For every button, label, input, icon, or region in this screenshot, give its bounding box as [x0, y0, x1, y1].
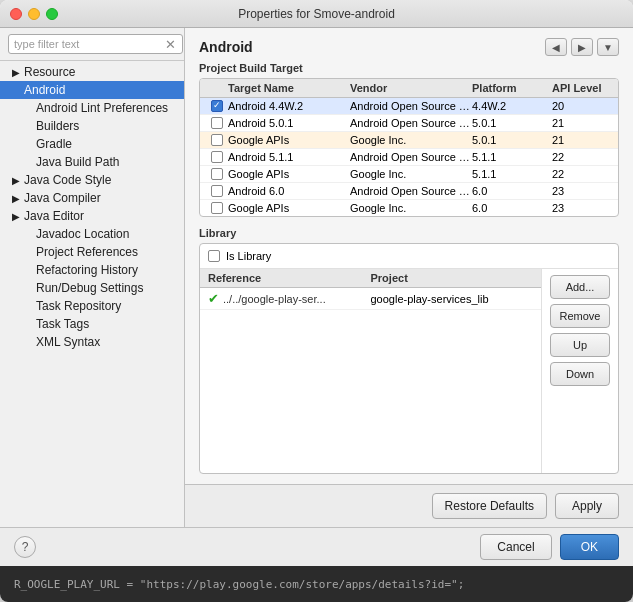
col-vendor: Vendor — [350, 82, 472, 94]
sidebar-item-label: Android Lint Preferences — [36, 101, 168, 115]
restore-defaults-button[interactable]: Restore Defaults — [432, 493, 547, 519]
sidebar-item-label: Run/Debug Settings — [36, 281, 143, 295]
build-target-label: Project Build Target — [199, 62, 619, 78]
sidebar-item-5[interactable]: Java Build Path — [0, 153, 184, 171]
tree-arrow-icon: ▶ — [10, 174, 22, 186]
sidebar-item-label: Gradle — [36, 137, 72, 151]
down-button[interactable]: Down — [550, 362, 610, 386]
sidebar-item-10[interactable]: Project References — [0, 243, 184, 261]
add-button[interactable]: Add... — [550, 275, 610, 299]
table-cell: 20 — [552, 100, 612, 112]
tree-arrow-icon: ▶ — [10, 66, 22, 78]
filter-input[interactable] — [8, 34, 183, 54]
lib-col-ref: Reference — [208, 272, 371, 284]
build-rows-container: Android 4.4W.2Android Open Source Projec… — [200, 98, 618, 216]
table-row[interactable]: Android 4.4W.2Android Open Source Projec… — [200, 98, 618, 115]
panel-nav-back[interactable]: ◀ — [545, 38, 567, 56]
col-api: API Level — [552, 82, 612, 94]
table-cell: 5.1.1 — [472, 168, 552, 180]
sidebar-item-6[interactable]: ▶Java Code Style — [0, 171, 184, 189]
panel-nav-forward[interactable]: ▶ — [571, 38, 593, 56]
sidebar-item-4[interactable]: Gradle — [0, 135, 184, 153]
sidebar-item-label: Task Tags — [36, 317, 89, 331]
table-cell: Google APIs — [228, 202, 350, 214]
table-cell: Google Inc. — [350, 134, 472, 146]
filter-box: ✕ — [0, 28, 184, 61]
table-cell: Android 6.0 — [228, 185, 350, 197]
target-checkbox-6[interactable] — [211, 202, 223, 214]
table-row[interactable]: Android 5.0.1Android Open Source Project… — [200, 115, 618, 132]
panel-header-controls: ◀ ▶ ▼ — [545, 38, 619, 56]
sidebar-item-label: Java Code Style — [24, 173, 111, 187]
table-cell: Android Open Source Project — [350, 151, 472, 163]
col-platform: Platform — [472, 82, 552, 94]
lib-header: Reference Project — [200, 269, 541, 288]
table-cell: 5.0.1 — [472, 117, 552, 129]
sidebar-item-9[interactable]: Javadoc Location — [0, 225, 184, 243]
table-cell: 5.0.1 — [472, 134, 552, 146]
sidebar-item-3[interactable]: Builders — [0, 117, 184, 135]
target-checkbox-2[interactable] — [211, 134, 223, 146]
is-library-checkbox[interactable] — [208, 250, 220, 262]
target-checkbox-4[interactable] — [211, 168, 223, 180]
lib-row[interactable]: ✔../../google-play-ser...google-play-ser… — [200, 288, 541, 310]
sidebar-item-14[interactable]: Task Tags — [0, 315, 184, 333]
sidebar-item-label: Builders — [36, 119, 79, 133]
table-row[interactable]: Android 6.0Android Open Source Project6.… — [200, 183, 618, 200]
tree-arrow-icon: ▶ — [10, 192, 22, 204]
target-checkbox-3[interactable] — [211, 151, 223, 163]
sidebar-item-label: Android — [24, 83, 65, 97]
sidebar-item-0[interactable]: ▶Resource — [0, 63, 184, 81]
is-library-row: Is Library — [200, 244, 618, 269]
sidebar-item-1[interactable]: Android — [0, 81, 184, 99]
sidebar-item-7[interactable]: ▶Java Compiler — [0, 189, 184, 207]
table-row[interactable]: Google APIsGoogle Inc.6.023 — [200, 200, 618, 216]
table-cell: 22 — [552, 168, 612, 180]
sidebar-item-13[interactable]: Task Repository — [0, 297, 184, 315]
maximize-button[interactable] — [46, 8, 58, 20]
panel-title: Android — [199, 39, 253, 55]
close-button[interactable] — [10, 8, 22, 20]
up-button[interactable]: Up — [550, 333, 610, 357]
library-box: Is Library Reference Project ✔../../goog… — [199, 243, 619, 474]
window-title: Properties for Smove-android — [238, 7, 395, 21]
sidebar-item-label: Resource — [24, 65, 75, 79]
apply-button[interactable]: Apply — [555, 493, 619, 519]
target-checkbox-0[interactable] — [211, 100, 223, 112]
sidebar-item-11[interactable]: Refactoring History — [0, 261, 184, 279]
lib-table-container: Reference Project ✔../../google-play-ser… — [200, 269, 618, 473]
minimize-button[interactable] — [28, 8, 40, 20]
table-row[interactable]: Android 5.1.1Android Open Source Project… — [200, 149, 618, 166]
sidebar-item-12[interactable]: Run/Debug Settings — [0, 279, 184, 297]
remove-button[interactable]: Remove — [550, 304, 610, 328]
sidebar-item-8[interactable]: ▶Java Editor — [0, 207, 184, 225]
traffic-lights — [10, 8, 58, 20]
table-cell: Google Inc. — [350, 202, 472, 214]
target-checkbox-1[interactable] — [211, 117, 223, 129]
sidebar-item-label: Javadoc Location — [36, 227, 129, 241]
help-button[interactable]: ? — [14, 536, 36, 558]
target-checkbox-5[interactable] — [211, 185, 223, 197]
sidebar-tree: ▶ResourceAndroidAndroid Lint Preferences… — [0, 61, 184, 527]
ok-button[interactable]: OK — [560, 534, 619, 560]
table-cell: Google APIs — [228, 134, 350, 146]
table-cell: 6.0 — [472, 185, 552, 197]
sidebar: ✕ ▶ResourceAndroidAndroid Lint Preferenc… — [0, 28, 185, 527]
cancel-button[interactable]: Cancel — [480, 534, 551, 560]
status-text: R_OOGLE_PLAY_URL = "https://play.google.… — [14, 578, 464, 591]
filter-clear-button[interactable]: ✕ — [165, 38, 176, 51]
right-panel: Android ◀ ▶ ▼ Project Build Target Targe… — [185, 28, 633, 527]
is-library-label: Is Library — [226, 250, 271, 262]
panel-menu[interactable]: ▼ — [597, 38, 619, 56]
lib-col-project: Project — [371, 272, 534, 284]
table-cell: 5.1.1 — [472, 151, 552, 163]
sidebar-item-2[interactable]: Android Lint Preferences — [0, 99, 184, 117]
table-cell: Android 5.1.1 — [228, 151, 350, 163]
sidebar-item-label: Refactoring History — [36, 263, 138, 277]
main-content: ✕ ▶ResourceAndroidAndroid Lint Preferenc… — [0, 28, 633, 527]
table-row[interactable]: Google APIsGoogle Inc.5.1.122 — [200, 166, 618, 183]
sidebar-item-15[interactable]: XML Syntax — [0, 333, 184, 351]
table-cell: 23 — [552, 185, 612, 197]
table-row[interactable]: Google APIsGoogle Inc.5.0.121 — [200, 132, 618, 149]
table-cell: Android Open Source Project — [350, 185, 472, 197]
